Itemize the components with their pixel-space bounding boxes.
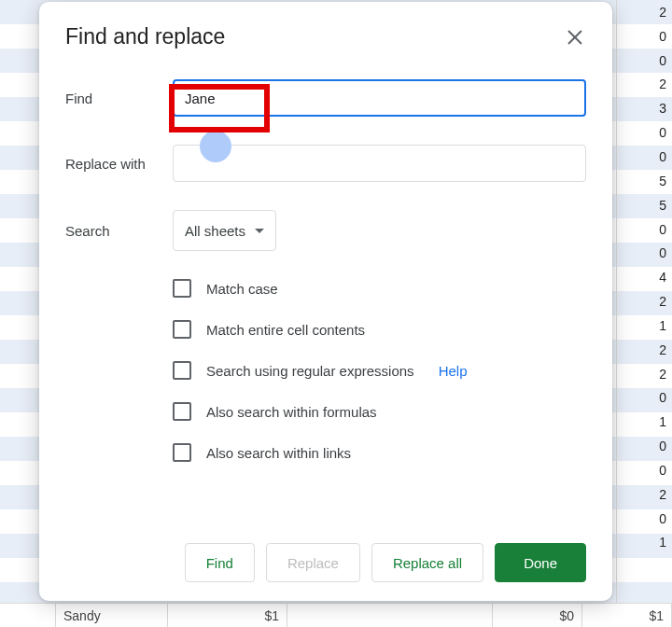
right-col-cell: 2	[617, 482, 672, 507]
match-entire-checkbox[interactable]	[173, 320, 191, 339]
replace-all-button[interactable]: Replace all	[371, 543, 483, 582]
search-label: Search	[65, 223, 173, 239]
bottom-val-b: $0	[559, 608, 574, 623]
match-entire-label: Match entire cell contents	[206, 322, 365, 338]
right-col-cell: 0	[617, 241, 672, 265]
right-col-cell: 0	[617, 458, 672, 482]
right-col-cell	[617, 554, 672, 578]
right-col-cell: 4	[617, 265, 672, 289]
dialog-buttons: Find Replace Replace all Done	[65, 543, 586, 582]
right-col-cell: 0	[617, 24, 672, 49]
bottom-row: Sandy $1 $0 $1	[0, 603, 672, 627]
right-col-cell: 1	[617, 410, 672, 434]
regex-label: Search using regular expressions	[206, 363, 414, 379]
search-scope-select[interactable]: All sheets	[173, 210, 276, 251]
replace-button[interactable]: Replace	[266, 543, 360, 582]
options-group: Match case Match entire cell contents Se…	[173, 279, 586, 462]
right-col-cell: 3	[617, 96, 672, 120]
right-col-cell: 2	[617, 73, 672, 97]
rightmost-column: 20023005500421220100201	[616, 0, 672, 627]
close-icon[interactable]	[564, 26, 586, 49]
dialog-title: Find and replace	[65, 24, 225, 49]
match-case-label: Match case	[206, 281, 278, 297]
within-formulas-checkbox[interactable]	[173, 402, 191, 421]
right-col-cell: 2	[617, 289, 672, 314]
bottom-val-c: $1	[649, 608, 664, 623]
within-links-checkbox[interactable]	[173, 443, 191, 462]
regex-checkbox[interactable]	[173, 361, 191, 380]
right-col-cell: 0	[617, 120, 672, 145]
bottom-name-cell: Sandy	[63, 608, 101, 623]
bottom-val-a: $1	[264, 608, 279, 623]
find-button[interactable]: Find	[185, 543, 255, 582]
replace-label: Replace with	[65, 156, 173, 172]
find-replace-dialog: Find and replace Find Replace with Searc…	[39, 2, 612, 601]
right-col-cell	[617, 578, 672, 603]
right-col-cell: 5	[617, 169, 672, 193]
right-col-cell: 0	[617, 434, 672, 458]
replace-input[interactable]	[173, 145, 586, 182]
regex-help-link[interactable]: Help	[439, 363, 468, 379]
find-input[interactable]	[173, 79, 586, 117]
right-col-cell: 5	[617, 193, 672, 217]
find-label: Find	[65, 91, 173, 106]
right-col-cell: 2	[617, 0, 672, 24]
right-col-cell: 1	[617, 531, 672, 555]
right-col-cell: 2	[617, 362, 672, 386]
within-links-label: Also search within links	[206, 445, 351, 461]
right-col-cell: 0	[617, 49, 672, 73]
right-col-cell: 2	[617, 338, 672, 362]
right-col-cell: 0	[617, 145, 672, 169]
right-col-cell: 0	[617, 507, 672, 531]
within-formulas-label: Also search within formulas	[206, 404, 377, 420]
search-scope-value: All sheets	[185, 223, 245, 239]
chevron-down-icon	[255, 229, 264, 233]
right-col-cell: 0	[617, 217, 672, 242]
right-col-cell: 1	[617, 314, 672, 338]
right-col-cell: 0	[617, 386, 672, 411]
done-button[interactable]: Done	[495, 543, 586, 582]
match-case-checkbox[interactable]	[173, 279, 191, 298]
